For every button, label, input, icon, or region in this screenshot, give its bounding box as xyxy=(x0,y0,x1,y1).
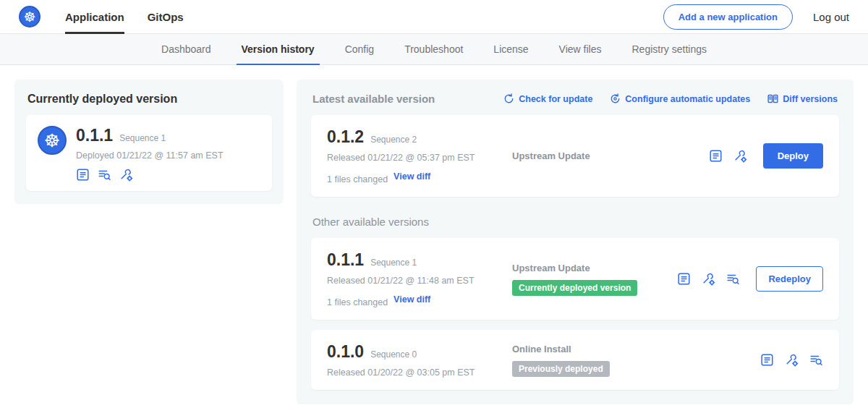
version-card-previous: 0.1.0 Sequence 0 Released 01/20/22 @ 03:… xyxy=(311,330,839,390)
source-label: Online Install xyxy=(512,344,753,354)
sequence-label: Sequence 2 xyxy=(370,135,417,145)
version-number: 0.1.1 xyxy=(327,250,364,270)
subnav-item-dashboard[interactable]: Dashboard xyxy=(146,34,226,64)
version-actions: Deploy xyxy=(709,143,823,169)
available-versions-panel: Latest available version Check for updat… xyxy=(297,80,854,404)
deployed-icon-row xyxy=(76,168,224,182)
version-source: Online Install Previously deployed xyxy=(512,344,760,377)
source-label: Upstream Update xyxy=(512,150,702,161)
config-icon[interactable] xyxy=(785,353,799,367)
other-available-versions-title: Other available versions xyxy=(312,216,838,228)
preflight-checks-icon[interactable] xyxy=(98,168,111,182)
view-diff-link[interactable]: View diff xyxy=(393,294,430,305)
kubernetes-logo-icon: ☸ xyxy=(19,6,41,27)
deployed-version-info: 0.1.1 Sequence 1 Deployed 01/21/22 @ 11:… xyxy=(76,126,224,182)
latest-available-title: Latest available version xyxy=(312,93,435,105)
version-info: 0.1.2 Sequence 2 Released 01/21/22 @ 05:… xyxy=(327,127,512,184)
version-info: 0.1.0 Sequence 0 Released 01/20/22 @ 03:… xyxy=(327,342,512,378)
deployed-sequence-label: Sequence 1 xyxy=(119,133,166,143)
check-for-update-link[interactable]: Check for update xyxy=(503,93,592,104)
subnav-item-config[interactable]: Config xyxy=(330,34,389,64)
release-notes-icon[interactable] xyxy=(760,353,774,367)
version-source: Upstream Update Currently deployed versi… xyxy=(512,263,677,296)
version-info: 0.1.1 Sequence 1 Released 01/21/22 @ 11:… xyxy=(327,250,512,307)
version-actions: Redeploy xyxy=(677,266,823,292)
subnav-item-version-history[interactable]: Version history xyxy=(226,34,330,64)
config-icon[interactable] xyxy=(702,272,715,286)
released-line: Released 01/21/22 @ 11:48 am EST xyxy=(327,276,512,286)
version-number: 0.1.0 xyxy=(327,342,364,362)
currently-deployed-panel: Currently deployed version ☸ 0.1.1 Seque… xyxy=(14,80,284,204)
subnav-item-license[interactable]: License xyxy=(478,34,543,64)
released-line: Released 01/21/22 @ 05:37 pm EST xyxy=(327,153,512,163)
currently-deployed-badge: Currently deployed version xyxy=(512,280,637,296)
version-source: Upstream Update xyxy=(512,150,709,161)
version-row: 0.1.2 Sequence 2 xyxy=(327,127,512,147)
app-icon: ☸ xyxy=(38,126,67,155)
auto-update-icon xyxy=(610,93,621,104)
version-row: 0.1.1 Sequence 1 xyxy=(76,126,224,145)
deployed-version-card: ☸ 0.1.1 Sequence 1 Deployed 01/21/22 @ 1… xyxy=(26,115,272,191)
config-icon[interactable] xyxy=(119,168,133,182)
main-content: Currently deployed version ☸ 0.1.1 Seque… xyxy=(0,65,868,408)
configure-automatic-updates-label: Configure automatic updates xyxy=(625,94,750,104)
add-application-button[interactable]: Add a new application xyxy=(663,4,793,30)
files-changed-row: 1 files changed View diff xyxy=(327,169,512,184)
version-card-deployed: 0.1.1 Sequence 1 Released 01/21/22 @ 11:… xyxy=(311,238,839,320)
sequence-label: Sequence 1 xyxy=(370,258,417,268)
sequence-label: Sequence 0 xyxy=(370,349,417,360)
kubernetes-wheel-glyph: ☸ xyxy=(44,132,60,150)
previously-deployed-badge: Previously deployed xyxy=(512,361,610,377)
logout-button[interactable]: Log out xyxy=(813,11,849,23)
app-subnav: Dashboard Version history Config Trouble… xyxy=(0,34,868,65)
release-notes-icon[interactable] xyxy=(709,149,723,163)
files-changed-label: 1 files changed xyxy=(327,297,388,307)
release-notes-icon[interactable] xyxy=(677,272,691,286)
configure-automatic-updates-link[interactable]: Configure automatic updates xyxy=(610,93,750,104)
source-label: Upstream Update xyxy=(512,263,670,273)
header-actions: Check for update Configure automatic upd… xyxy=(503,93,838,104)
version-number: 0.1.2 xyxy=(327,127,364,147)
subnav-item-view-files[interactable]: View files xyxy=(544,34,617,64)
diff-icon xyxy=(767,93,778,104)
version-row: 0.1.0 Sequence 0 xyxy=(327,342,512,362)
kubernetes-wheel-glyph: ☸ xyxy=(23,10,35,24)
deploy-button[interactable]: Deploy xyxy=(763,143,823,169)
available-panel-header: Latest available version Check for updat… xyxy=(311,91,839,105)
tab-gitops[interactable]: GitOps xyxy=(148,0,184,34)
deployed-version-number: 0.1.1 xyxy=(76,126,113,145)
top-navbar: ☸ Application GitOps Add a new applicati… xyxy=(0,0,868,34)
subnav-item-registry-settings[interactable]: Registry settings xyxy=(617,34,722,64)
view-diff-link[interactable]: View diff xyxy=(393,171,430,182)
refresh-icon xyxy=(503,93,514,104)
released-line: Released 01/20/22 @ 03:05 pm EST xyxy=(327,367,512,378)
preflight-checks-icon[interactable] xyxy=(726,272,740,286)
check-for-update-label: Check for update xyxy=(519,94,592,104)
deployed-date-line: Deployed 01/21/22 @ 11:57 am EST xyxy=(76,150,224,161)
release-notes-icon[interactable] xyxy=(76,168,90,182)
preflight-checks-icon[interactable] xyxy=(809,353,823,367)
files-changed-label: 1 files changed xyxy=(327,174,388,184)
subnav-item-troubleshoot[interactable]: Troubleshoot xyxy=(389,34,478,64)
version-row: 0.1.1 Sequence 1 xyxy=(327,250,512,270)
diff-versions-label: Diff versions xyxy=(783,94,838,104)
files-changed-row: 1 files changed View diff xyxy=(327,292,512,307)
redeploy-button[interactable]: Redeploy xyxy=(756,266,823,292)
tab-application[interactable]: Application xyxy=(65,0,124,34)
config-icon[interactable] xyxy=(733,149,747,163)
diff-versions-link[interactable]: Diff versions xyxy=(767,93,838,104)
version-actions xyxy=(760,353,823,367)
version-card-latest: 0.1.2 Sequence 2 Released 01/21/22 @ 05:… xyxy=(311,115,839,197)
deployed-panel-title: Currently deployed version xyxy=(26,91,272,106)
